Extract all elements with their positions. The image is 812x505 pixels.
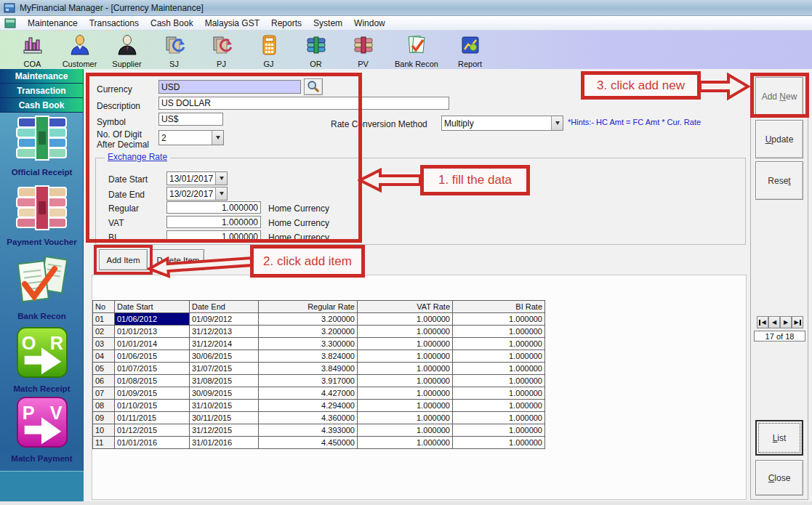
table-cell[interactable]: 01/08/2015 <box>115 375 190 387</box>
menu-malaysia-gst[interactable]: Malaysia GST <box>199 18 265 28</box>
table-cell[interactable]: 30/06/2015 <box>190 350 259 363</box>
table-cell[interactable]: 3.300000 <box>259 338 358 350</box>
table-cell[interactable]: 1.000000 <box>358 412 453 424</box>
row-number-cell[interactable]: 03 <box>93 338 115 350</box>
table-cell[interactable]: 1.000000 <box>358 350 453 363</box>
nav-last-button[interactable]: ▶ <box>792 316 803 328</box>
table-cell[interactable]: 1.000000 <box>358 375 453 387</box>
menu-reports[interactable]: Reports <box>265 18 307 28</box>
table-cell[interactable]: 31/12/2014 <box>190 338 259 350</box>
row-number-cell[interactable]: 04 <box>93 350 115 363</box>
menu-cash-book[interactable]: Cash Book <box>145 18 199 28</box>
table-cell[interactable]: 1.000000 <box>358 313 453 326</box>
table-cell[interactable]: 30/09/2015 <box>190 387 259 400</box>
nav-next-button[interactable]: ▶ <box>780 316 792 328</box>
toolbar-gj[interactable]: GJ <box>245 33 292 68</box>
table-cell[interactable]: 3.824000 <box>259 350 358 363</box>
table-cell[interactable]: 1.000000 <box>358 437 453 449</box>
table-cell[interactable]: 01/06/2012 <box>115 313 190 326</box>
table-cell[interactable]: 1.000000 <box>358 363 453 375</box>
table-cell[interactable]: 01/01/2014 <box>115 338 190 350</box>
table-cell[interactable]: 1.000000 <box>453 363 545 375</box>
table-cell[interactable]: 1.000000 <box>358 326 453 338</box>
sidebar-item-match-payment[interactable]: PV Match Payment <box>0 396 84 463</box>
table-cell[interactable]: 31/12/2013 <box>190 326 259 338</box>
row-number-cell[interactable]: 05 <box>93 363 115 375</box>
table-cell[interactable]: 1.000000 <box>453 338 545 350</box>
table-cell[interactable]: 1.000000 <box>453 387 545 400</box>
sidebar-section-cash-book[interactable]: Cash Book <box>0 98 83 113</box>
table-cell[interactable]: 31/12/2015 <box>190 424 259 437</box>
toolbar-coa[interactable]: COA <box>9 33 56 68</box>
toolbar-pj[interactable]: PJ <box>198 33 245 68</box>
row-number-cell[interactable]: 02 <box>93 326 115 338</box>
table-cell[interactable]: 4.450000 <box>259 437 358 449</box>
table-cell[interactable]: 01/09/2012 <box>190 313 259 326</box>
table-cell[interactable]: 31/07/2015 <box>190 363 259 375</box>
rate-method-select[interactable]: Multiply <box>441 116 563 131</box>
menu-window[interactable]: Window <box>348 18 391 28</box>
row-number-cell[interactable]: 11 <box>93 437 115 449</box>
table-cell[interactable]: 1.000000 <box>358 400 453 412</box>
sidebar-item-bank-recon[interactable]: Bank Recon <box>0 256 84 320</box>
table-cell[interactable]: 31/01/2016 <box>190 437 259 449</box>
chevron-down-icon[interactable] <box>551 116 563 130</box>
row-number-cell[interactable]: 09 <box>93 412 115 424</box>
toolbar-bank-recon[interactable]: Bank Recon <box>387 33 446 68</box>
table-cell[interactable]: 01/09/2015 <box>115 387 190 400</box>
table-cell[interactable]: 01/07/2015 <box>115 363 190 375</box>
table-cell[interactable]: 4.393000 <box>259 424 358 437</box>
toolbar-pv[interactable]: PV <box>339 33 387 68</box>
list-button[interactable]: List <box>755 420 803 456</box>
row-number-cell[interactable]: 10 <box>93 424 115 437</box>
row-number-cell[interactable]: 07 <box>93 387 115 400</box>
nav-first-button[interactable]: ◀ <box>757 316 768 328</box>
reset-button[interactable]: Reset <box>755 161 803 200</box>
table-cell[interactable]: 01/01/2016 <box>115 437 190 449</box>
menu-transactions[interactable]: Transactions <box>84 18 145 28</box>
close-button[interactable]: Close <box>755 460 803 496</box>
table-cell[interactable]: 01/06/2015 <box>115 350 190 363</box>
toolbar-supplier[interactable]: Supplier <box>103 33 150 68</box>
table-cell[interactable]: 4.360000 <box>259 412 358 424</box>
table-cell[interactable]: 3.200000 <box>259 326 358 338</box>
table-cell[interactable]: 1.000000 <box>358 424 453 437</box>
sidebar-item-payment-voucher[interactable]: Payment Voucher <box>0 185 84 246</box>
nav-prev-button[interactable]: ◀ <box>768 316 780 328</box>
table-cell[interactable]: 1.000000 <box>358 338 453 350</box>
table-cell[interactable]: 1.000000 <box>453 400 545 412</box>
menu-system[interactable]: System <box>307 18 348 28</box>
table-cell[interactable]: 30/11/2015 <box>190 412 259 424</box>
menu-maintenance[interactable]: Maintenance <box>22 18 84 28</box>
row-number-cell[interactable]: 06 <box>93 375 115 387</box>
sidebar-section-transaction[interactable]: Transaction <box>0 84 83 98</box>
table-cell[interactable]: 01/01/2013 <box>115 326 190 338</box>
row-number-cell[interactable]: 08 <box>93 400 115 412</box>
table-cell[interactable]: 31/08/2015 <box>190 375 259 387</box>
table-cell[interactable]: 1.000000 <box>453 424 545 437</box>
table-cell[interactable]: 01/11/2015 <box>115 412 190 424</box>
table-cell[interactable]: 1.000000 <box>453 326 545 338</box>
toolbar-report[interactable]: Report <box>446 33 494 68</box>
toolbar-or[interactable]: OR <box>292 33 339 68</box>
sidebar-item-official-receipt[interactable]: Official Receipt <box>0 116 84 177</box>
table-cell[interactable]: 1.000000 <box>453 313 545 326</box>
table-cell[interactable]: 3.200000 <box>259 313 358 326</box>
table-cell[interactable]: 3.917000 <box>259 375 358 387</box>
table-cell[interactable]: 1.000000 <box>453 350 545 363</box>
sidebar-item-match-receipt[interactable]: OR Match Receipt <box>0 326 84 393</box>
toolbar-sj[interactable]: SJ <box>150 33 198 68</box>
table-cell[interactable]: 1.000000 <box>358 387 453 400</box>
sidebar-section-maintenance[interactable]: Maintenance <box>0 69 83 84</box>
table-cell[interactable]: 31/10/2015 <box>190 400 259 412</box>
update-button[interactable]: Update <box>755 120 803 158</box>
toolbar-customer[interactable]: Customer <box>56 33 103 68</box>
row-number-cell[interactable]: 01 <box>93 313 115 326</box>
table-cell[interactable]: 1.000000 <box>453 437 545 449</box>
table-cell[interactable]: 01/10/2015 <box>115 400 190 412</box>
table-cell[interactable]: 3.849000 <box>259 363 358 375</box>
table-cell[interactable]: 1.000000 <box>453 375 545 387</box>
table-cell[interactable]: 01/12/2015 <box>115 424 190 437</box>
table-cell[interactable]: 1.000000 <box>453 412 545 424</box>
table-cell[interactable]: 4.427000 <box>259 387 358 400</box>
